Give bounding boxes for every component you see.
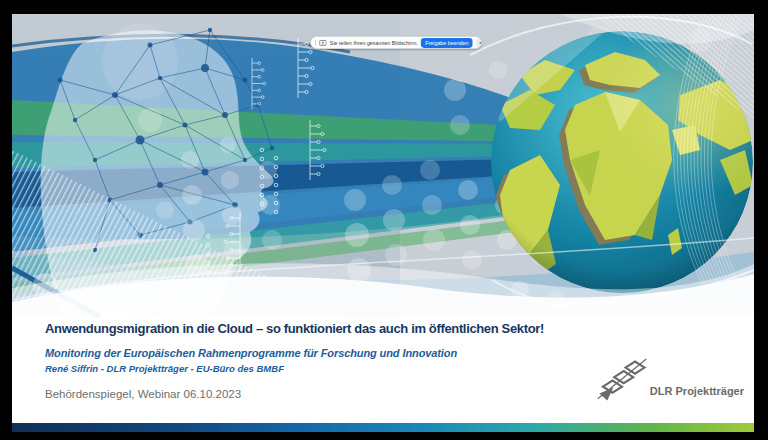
drag-handle[interactable] bbox=[315, 40, 316, 46]
slide-artwork bbox=[12, 14, 754, 317]
dlr-logo-text: DLR Projektträger bbox=[650, 385, 744, 397]
slide-footer: Behördenspiegel, Webinar 06.10.2023 bbox=[45, 388, 241, 400]
dlr-logo-icon bbox=[596, 355, 648, 401]
slide-subtitle: Monitoring der Europäischen Rahmenprogra… bbox=[45, 347, 457, 359]
screen-share-icon bbox=[319, 39, 326, 46]
screen-share-bar: Sie teilen Ihren gesamten Bildschirm. Fr… bbox=[310, 36, 482, 49]
bottom-gradient-bar bbox=[12, 423, 754, 432]
hide-bar-button[interactable] bbox=[476, 38, 482, 46]
slide-presenter: René Siffrin - DLR Projektträger - EU-Bü… bbox=[45, 363, 284, 374]
slide-title: Anwendungsmigration in die Cloud – so fu… bbox=[45, 321, 544, 336]
share-message: Sie teilen Ihren gesamten Bildschirm. bbox=[330, 40, 418, 46]
stop-sharing-button[interactable]: Freigabe beenden bbox=[421, 38, 472, 47]
dlr-logo: DLR Projektträger bbox=[596, 355, 746, 401]
screen: Sie teilen Ihren gesamten Bildschirm. Fr… bbox=[0, 0, 768, 440]
shared-slide: Sie teilen Ihren gesamten Bildschirm. Fr… bbox=[12, 14, 754, 432]
hide-bar-icon bbox=[480, 42, 482, 44]
title-block: Anwendungsmigration in die Cloud – so fu… bbox=[12, 317, 754, 423]
